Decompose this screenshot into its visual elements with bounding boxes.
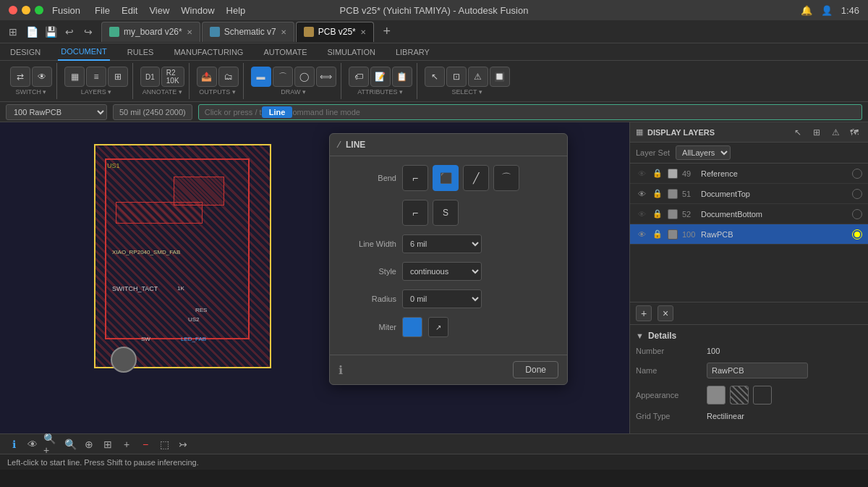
maximize-button[interactable] [35,6,43,14]
warning-icon-btn[interactable]: ⚠ [827,124,843,140]
nav-manufacturing[interactable]: MANUFACTURING [171,43,246,61]
miter-active-btn[interactable] [402,317,422,337]
layer-row-52[interactable]: 👁 🔒 52 DocumentBottom [630,204,868,224]
view-btn[interactable]: 👁 [32,67,52,87]
name-input[interactable] [707,363,808,378]
zoom-fit-btn[interactable]: ⊕ [81,436,97,452]
layer-100-visibility-icon[interactable]: 👁 [636,229,647,240]
tab-pcb-close[interactable]: ✕ [360,28,366,36]
outputs-btn2[interactable]: 🗂 [218,67,239,87]
layer-100-radio[interactable] [852,229,862,240]
attributes-btn2[interactable]: 📝 [370,67,391,87]
bend-round-btn[interactable]: ⌒ [493,165,519,191]
menu-window[interactable]: Window [181,5,214,16]
nav-rules[interactable]: RULES [124,43,157,61]
layer-52-radio[interactable] [852,209,862,219]
cursor-icon-btn[interactable]: ↖ [790,124,806,140]
layer-100-lock-icon[interactable]: 🔒 [652,229,663,240]
layer-row-100[interactable]: 👁 🔒 100 RawPCB [630,224,868,245]
save-icon[interactable]: 💾 [43,25,58,39]
command-input[interactable] [198,104,862,120]
route-btn[interactable]: ↣ [175,436,191,452]
attributes-btn1[interactable]: 🏷 [349,67,369,87]
nav-design[interactable]: DESIGN [7,43,43,61]
layer-51-lock-icon[interactable]: 🔒 [652,188,663,200]
minus-btn[interactable]: − [137,436,153,452]
canvas-area[interactable]: US1 XIAO_RP2040_SMD_FAB SWITCH_TACT 1K R… [0,122,629,433]
nav-library[interactable]: LIBRARY [393,43,433,61]
annotate-r2-btn[interactable]: R210K [161,67,184,87]
layers-btn2[interactable]: ≡ [86,67,106,87]
user-icon[interactable]: 👤 [821,5,833,16]
draw-dim-btn[interactable]: ⟺ [316,67,336,87]
draw-arc-btn[interactable]: ⌒ [273,67,293,87]
layers-btn1[interactable]: ▦ [64,67,85,87]
tab-pcb[interactable]: PCB v25* ✕ [296,22,374,42]
info-btn[interactable]: ℹ [6,436,22,452]
draw-circle-btn[interactable]: ◯ [294,67,315,87]
select-btn1[interactable]: ↖ [425,67,445,87]
attributes-btn3[interactable]: 📋 [392,67,412,87]
annotate-d1-btn[interactable]: D1 [140,67,160,87]
map-icon-btn[interactable]: 🗺 [846,124,862,140]
draw-line-btn[interactable]: ▬ [251,67,271,87]
layer-row-51[interactable]: 👁 🔒 51 DocumentTop [630,184,868,204]
remove-layer-button[interactable]: × [658,305,673,321]
select-btn3[interactable]: ⚠ [468,67,488,87]
minimize-button[interactable] [22,6,30,14]
nav-document[interactable]: DOCUMENT [58,43,110,61]
appearance-outline-btn[interactable] [753,386,772,405]
bend-l-btn[interactable]: ⌐ [402,200,428,226]
add-layer-button[interactable]: + [636,305,652,321]
layer-52-visibility-icon[interactable]: 👁 [636,208,647,220]
bend-corner-btn[interactable]: ⌐ [402,165,428,191]
menu-view[interactable]: View [149,5,169,16]
menu-file[interactable]: File [95,5,110,16]
layer-49-lock-icon[interactable]: 🔒 [652,168,663,179]
select-btn2[interactable]: ⊡ [446,67,467,87]
zoom-in-btn[interactable]: 🔍+ [43,436,59,452]
outputs-btn1[interactable]: 📤 [197,67,217,87]
appearance-solid-btn[interactable] [707,386,726,405]
switch-btn[interactable]: ⇄ [10,67,30,87]
nav-automate[interactable]: AUTOMATE [260,43,310,61]
layer-49-radio[interactable] [852,169,862,179]
zoom-out-btn[interactable]: 🔍 [62,436,78,452]
bend-s-btn[interactable]: S [433,200,459,226]
tab-schematic[interactable]: Schematic v7 ✕ [202,22,294,42]
grid-btn[interactable]: ⊞ [100,436,116,452]
redo-icon[interactable]: ↪ [81,25,95,39]
layer-row-49[interactable]: 👁 🔒 49 Reference [630,164,868,184]
add-tab-button[interactable]: + [378,23,396,41]
layer-select[interactable]: 100 RawPCB [6,104,107,120]
tab-schematic-close[interactable]: ✕ [281,28,286,36]
select-btn4[interactable]: 🔲 [490,67,510,87]
apps-icon[interactable]: ⊞ [6,25,20,39]
layer-set-select[interactable]: AllLayers [676,145,731,160]
close-button[interactable] [9,6,17,14]
bend-line-btn[interactable]: ╱ [463,165,489,191]
layer-51-visibility-icon[interactable]: 👁 [636,188,647,200]
grid-icon-btn[interactable]: ⊞ [809,124,825,140]
menu-help[interactable]: Help [226,5,246,16]
tab-my-board[interactable]: my_board v26* ✕ [101,22,200,42]
bend-diagonal-btn[interactable]: ⬛ [433,165,459,191]
tab-my-board-close[interactable]: ✕ [187,28,192,36]
radius-select[interactable]: 0 mil [402,289,482,308]
miter-inactive-btn[interactable]: ↗ [428,317,448,337]
done-button[interactable]: Done [513,361,558,378]
plus-btn[interactable]: + [119,436,135,452]
eye-toggle-btn[interactable]: 👁 [25,436,41,452]
appearance-pattern-btn[interactable] [730,386,749,405]
undo-icon[interactable]: ↩ [62,25,77,39]
details-chevron-icon[interactable]: ▼ [636,331,644,340]
layer-49-visibility-icon[interactable]: 👁 [636,168,647,179]
style-select[interactable]: continuous [402,262,482,281]
notification-icon[interactable]: 🔔 [801,5,812,16]
layers-btn3[interactable]: ⊞ [108,67,128,87]
nav-simulation[interactable]: SIMULATION [325,43,378,61]
new-tab-icon[interactable]: 📄 [25,25,39,39]
select-box-btn[interactable]: ⬚ [156,436,172,452]
info-icon[interactable]: ℹ [339,363,343,377]
layer-51-radio[interactable] [852,189,862,199]
